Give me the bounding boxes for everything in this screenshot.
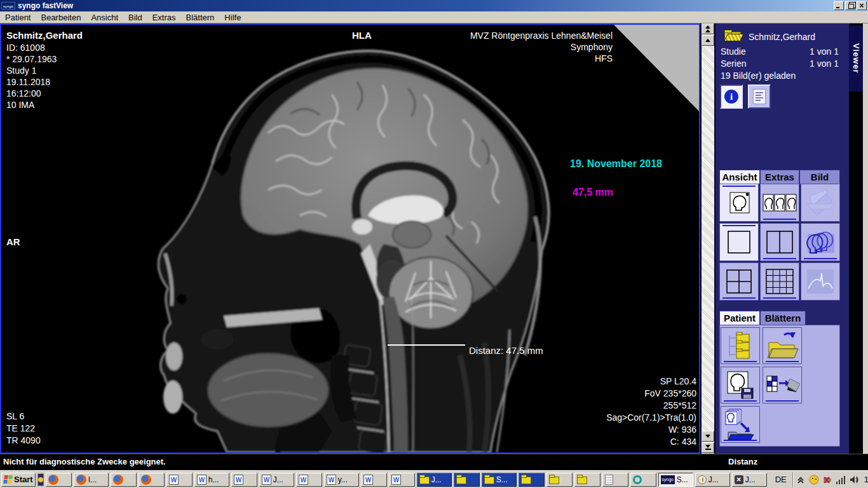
- taskbar-button-folder[interactable]: [519, 473, 545, 487]
- layout-1x2-button[interactable]: [760, 223, 799, 261]
- language-indicator[interactable]: DE: [773, 475, 789, 484]
- taskbar-button-firefox[interactable]: [46, 473, 72, 487]
- firefox-icon: [76, 475, 86, 485]
- scroll-down-button[interactable]: [702, 431, 714, 442]
- open-folder-icon: [765, 330, 799, 362]
- scroll-up-button[interactable]: [702, 35, 714, 46]
- image-viewport[interactable]: Schmitz,Gerhard ID: 61008 * 29.07.1963 S…: [0, 24, 700, 454]
- tab-extras[interactable]: Extras: [760, 170, 799, 184]
- menu-patient[interactable]: Patient: [0, 12, 36, 23]
- clock[interactable]: 14:04: [862, 475, 868, 484]
- taskbar-button-app[interactable]: [630, 473, 656, 487]
- taskbar-button-folder[interactable]: J...: [417, 473, 452, 487]
- menu-ansicht[interactable]: Ansicht: [86, 12, 123, 23]
- open-patient-button[interactable]: [763, 327, 802, 364]
- layout-2x2-button[interactable]: [719, 262, 759, 301]
- minimize-button[interactable]: [834, 1, 844, 10]
- serien-value: 1 von 1: [810, 58, 839, 69]
- panel-patient-name: Schmitz,Gerhard: [749, 32, 815, 42]
- copy-images-to-folder-button[interactable]: [721, 406, 760, 443]
- layout-mpr-3d-button-disabled: [801, 184, 840, 222]
- taskbar-button-schedule[interactable]: J...: [695, 473, 730, 487]
- taskbar-button-word[interactable]: [231, 473, 257, 487]
- report-list-button[interactable]: [748, 85, 771, 109]
- notepad-icon: [605, 475, 613, 485]
- firefox-icon: [48, 475, 58, 485]
- system-tray: 14:04: [792, 472, 868, 487]
- tab-viewer[interactable]: Viewer: [849, 25, 863, 92]
- tab-ansicht[interactable]: Ansicht: [719, 170, 760, 184]
- menu-bild[interactable]: Bild: [123, 12, 147, 23]
- menu-extras[interactable]: Extras: [147, 12, 181, 23]
- curve-icon: [804, 267, 836, 296]
- scroll-last-button[interactable]: [702, 442, 714, 453]
- image-stack-button[interactable]: [801, 223, 840, 261]
- clinic-name-overlay: MVZ Röntgenpraxis Lehnen&Meisel: [470, 30, 613, 41]
- taskbar-button-word[interactable]: h...: [194, 473, 229, 487]
- syngo-icon: syngo: [661, 475, 675, 484]
- mri-image[interactable]: [1, 25, 699, 452]
- close-button[interactable]: [857, 1, 867, 10]
- word-doc-icon: [197, 475, 207, 485]
- save-image-button[interactable]: [721, 367, 760, 403]
- export-to-media-button[interactable]: [763, 367, 802, 403]
- param-fov: FoV 235*260: [644, 388, 696, 399]
- messenger-icon[interactable]: [809, 475, 819, 485]
- images-to-folder-icon: [723, 408, 757, 441]
- network-disconnected-icon[interactable]: [822, 475, 832, 485]
- orientation-left-label: AR: [6, 236, 20, 248]
- layout-4x4-button[interactable]: [760, 262, 799, 301]
- layout-1x1-button[interactable]: [719, 223, 759, 261]
- folder-icon: [521, 477, 531, 484]
- distance-measure-line[interactable]: [388, 344, 465, 346]
- taskbar-button-folder[interactable]: S...: [482, 473, 517, 487]
- hide-icons-chevron-icon[interactable]: [796, 475, 806, 485]
- orientation-top-label: HLA: [352, 30, 372, 41]
- start-button[interactable]: Start: [1, 473, 36, 487]
- taskbar-button-xapp[interactable]: ✕J...: [732, 473, 767, 487]
- taskbar-button-word[interactable]: y...: [324, 473, 359, 487]
- taskbar-button-folder[interactable]: [454, 473, 480, 487]
- layout-filmstrip-button[interactable]: [760, 184, 799, 222]
- head-save-icon: [724, 369, 757, 401]
- taskbar-button-word[interactable]: [166, 473, 193, 487]
- windows-logo-icon: [3, 475, 13, 484]
- param-sl: SL 6: [6, 410, 24, 422]
- tab-bild[interactable]: Bild: [799, 170, 840, 184]
- taskbar-button-word[interactable]: [361, 473, 387, 487]
- folder-tree-icon: [724, 330, 756, 361]
- word-doc-icon: [363, 475, 373, 485]
- curve-display-button-disabled: [801, 262, 840, 301]
- taskbar-button-firefox[interactable]: I...: [74, 473, 109, 487]
- taskbar-button-folder[interactable]: [546, 473, 573, 487]
- restore-button[interactable]: [845, 1, 855, 10]
- taskbar-button-word[interactable]: [389, 473, 415, 487]
- x-app-icon: ✕: [735, 475, 743, 484]
- taskbar-button-folder[interactable]: [574, 473, 600, 487]
- tab-blaettern[interactable]: Blättern: [760, 311, 806, 325]
- param-matrix: 255*512: [663, 400, 696, 411]
- taskbar-button-syngo[interactable]: syngoS...: [658, 473, 693, 487]
- menu-blaettern[interactable]: Blättern: [181, 12, 220, 23]
- patient-birthdate-overlay: * 29.07.1963: [6, 53, 57, 65]
- layout-single-image-button[interactable]: [719, 184, 759, 222]
- taskbar-button-firefox[interactable]: [111, 473, 137, 487]
- signal-strength-icon[interactable]: [836, 475, 846, 485]
- taskbar-button-firefox[interactable]: [139, 473, 165, 487]
- syngo-logo-icon: syngo: [1, 2, 15, 10]
- taskbar-button-word[interactable]: J...: [259, 473, 294, 487]
- scroll-first-button[interactable]: [702, 24, 714, 34]
- info-button[interactable]: i: [720, 85, 743, 109]
- stack-of-heads-icon: [804, 227, 837, 257]
- volume-icon[interactable]: [849, 475, 859, 485]
- menu-hilfe[interactable]: Hilfe: [219, 12, 246, 23]
- image-number-overlay: 10 IMA: [6, 99, 34, 111]
- patient-browser-button[interactable]: [721, 327, 760, 364]
- taskbar-button-word[interactable]: [296, 473, 322, 487]
- quick-launch-icon[interactable]: [37, 473, 44, 486]
- tab-patient[interactable]: Patient: [719, 311, 760, 325]
- image-scrollbar[interactable]: [702, 24, 714, 454]
- window-titlebar: syngo syngo fastView: [0, 0, 868, 11]
- menu-bearbeiten[interactable]: Bearbeiten: [36, 12, 86, 23]
- taskbar-button-notepad[interactable]: [602, 473, 628, 487]
